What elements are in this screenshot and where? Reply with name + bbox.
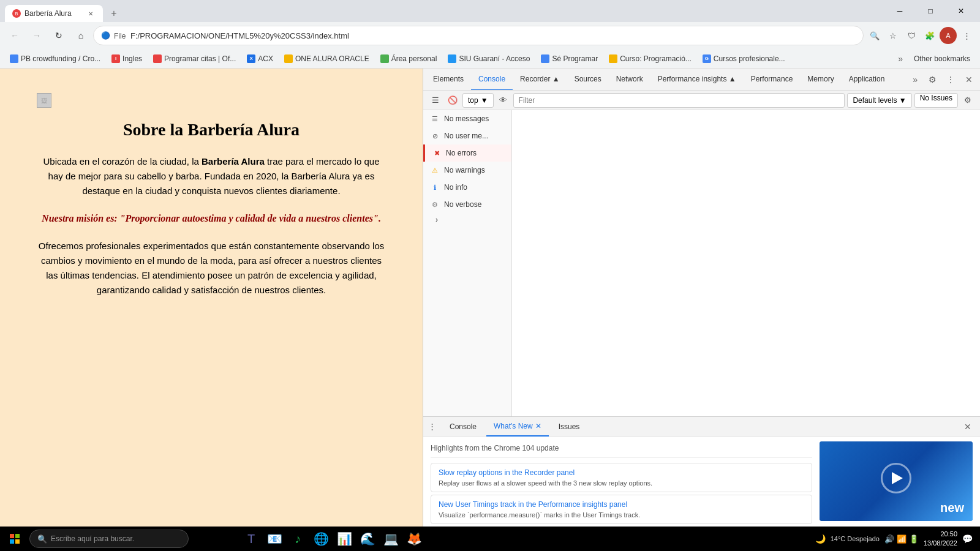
whats-new-item-1-title[interactable]: Slow replay options in the Recorder pane… bbox=[439, 468, 804, 477]
reload-button[interactable]: ↻ bbox=[49, 26, 69, 45]
home-button[interactable]: ⌂ bbox=[71, 26, 91, 45]
bookmark-item-se[interactable]: Sé Programar bbox=[536, 51, 603, 66]
back-button[interactable]: ← bbox=[5, 26, 24, 45]
taskbar-app-store[interactable]: 🛍 bbox=[217, 528, 239, 550]
filter-no-user-messages[interactable]: ⊘ No user me... bbox=[423, 127, 511, 144]
filter-no-messages[interactable]: ☰ No messages bbox=[423, 110, 511, 127]
filter-no-verbose[interactable]: ⚙ No verbose bbox=[423, 196, 511, 213]
expand-button[interactable]: › bbox=[423, 213, 511, 227]
console-default-levels[interactable]: Default levels ▼ bbox=[847, 93, 911, 108]
taskbar-app-edge[interactable]: 🌊 bbox=[356, 528, 379, 550]
address-protocol-icon: 🔵 bbox=[101, 31, 110, 40]
bookmark-item-ingles[interactable]: I Ingles bbox=[107, 51, 147, 66]
bookmark-item-pb[interactable]: PB crowdfunding / Cro... bbox=[5, 51, 105, 66]
page-mission: Nuestra misión es: "Proporcionar autoest… bbox=[37, 213, 386, 224]
taskbar-app-git[interactable]: 🦊 bbox=[403, 528, 425, 550]
whats-new-items-container: Highlights from the Chrome 104 update Sl… bbox=[431, 441, 812, 522]
taskbar-apps: 🗂 🛍 T 📧 ♪ 🌐 📊 🌊 💻 🦊 bbox=[194, 528, 425, 550]
filter-no-errors[interactable]: ✖ No errors bbox=[423, 144, 511, 162]
profile-button[interactable]: A bbox=[940, 27, 957, 44]
tab-elements[interactable]: Elements bbox=[426, 69, 471, 91]
bookmark-item-area[interactable]: Área personal bbox=[375, 51, 442, 66]
bookmark-item-programar[interactable]: Programar citas | Of... bbox=[148, 51, 241, 66]
filter-user-label: No user me... bbox=[444, 132, 488, 140]
devtools-more-button[interactable]: » bbox=[908, 75, 922, 84]
bottom-tab-issues[interactable]: Issues bbox=[551, 417, 587, 437]
bookmark-item-siu[interactable]: SIU Guaraní - Acceso bbox=[443, 51, 535, 66]
bookmark-item-one[interactable]: ONE ALURA ORACLE bbox=[279, 51, 374, 66]
bottom-tab-whats-new[interactable]: What's New ✕ bbox=[486, 417, 549, 437]
bookmark-favicon-acx: X bbox=[247, 54, 255, 63]
tab-recorder[interactable]: Recorder ▲ bbox=[513, 69, 567, 91]
whats-new-highlights-text: Highlights from the Chrome 104 update bbox=[431, 441, 812, 458]
taskbar-search-box[interactable]: 🔍 Escribe aquí para buscar. bbox=[29, 530, 189, 548]
webpage-content: 🖼 Sobre la Barbería Alura Ubicada en el … bbox=[0, 69, 423, 527]
bottom-panel-menu-button[interactable]: ⋮ bbox=[428, 422, 436, 431]
taskbar-app-chart[interactable]: 📊 bbox=[333, 528, 355, 550]
devtools-options-button[interactable]: ⋮ bbox=[942, 71, 959, 88]
bookmark-button[interactable]: ☆ bbox=[884, 27, 902, 44]
filter-user-icon: ⊘ bbox=[431, 132, 439, 140]
minimize-button[interactable]: ─ bbox=[886, 2, 914, 20]
new-tab-button[interactable]: + bbox=[105, 5, 123, 22]
console-sidebar-button[interactable]: ☰ bbox=[428, 93, 443, 108]
extension-shield-button[interactable]: 🛡 bbox=[903, 27, 920, 44]
bookmark-item-other[interactable]: Other bookmarks bbox=[909, 51, 975, 66]
search-action-button[interactable]: 🔍 bbox=[866, 27, 883, 44]
start-button[interactable] bbox=[2, 527, 27, 551]
tab-memory[interactable]: Memory bbox=[800, 69, 841, 91]
bottom-tab-console[interactable]: Console bbox=[442, 417, 484, 437]
whats-new-video-thumbnail[interactable]: new bbox=[820, 441, 973, 521]
taskbar-app-music[interactable]: ♪ bbox=[287, 528, 309, 550]
filter-info-label: No info bbox=[444, 183, 467, 192]
tab-close-button[interactable]: ✕ bbox=[86, 9, 96, 18]
filter-no-info[interactable]: ℹ No info bbox=[423, 179, 511, 196]
volume-icon: 📶 bbox=[897, 534, 907, 544]
tab-application[interactable]: Application bbox=[842, 69, 892, 91]
extension-button[interactable]: 🧩 bbox=[921, 27, 938, 44]
page-services: Ofrecemos profesionales experimentados q… bbox=[37, 239, 386, 298]
filter-warnings-label: No warnings bbox=[444, 166, 485, 174]
console-eye-button[interactable]: 👁 bbox=[496, 93, 511, 108]
taskbar-app-file-explorer[interactable]: 🗂 bbox=[194, 528, 216, 550]
whats-new-item-2-title[interactable]: New User Timings track in the Performanc… bbox=[439, 500, 804, 509]
menu-button[interactable]: ⋮ bbox=[958, 27, 975, 44]
console-context-selector[interactable]: top ▼ bbox=[462, 93, 494, 108]
tab-performance-insights[interactable]: Performance insights ▲ bbox=[650, 69, 744, 91]
bookmark-item-cursos[interactable]: G Cursos profesionale... bbox=[698, 51, 790, 66]
whats-new-close-icon[interactable]: ✕ bbox=[535, 422, 541, 430]
bottom-panel-close-button[interactable]: ✕ bbox=[960, 419, 975, 434]
bookmark-label-cursos: Cursos profesionale... bbox=[714, 54, 785, 63]
weather-icon: 🌙 bbox=[815, 534, 826, 544]
tab-sources[interactable]: Sources bbox=[567, 69, 609, 91]
notification-icon[interactable]: 💬 bbox=[962, 534, 973, 544]
console-context-label: top bbox=[468, 96, 478, 105]
bookmark-item-curso[interactable]: Curso: Programació... bbox=[604, 51, 696, 66]
filter-list-icon: ☰ bbox=[431, 114, 439, 123]
tab-console[interactable]: Console bbox=[471, 69, 513, 91]
brand-name-intro: Barbería Alura bbox=[202, 156, 265, 167]
bookmark-favicon-area bbox=[380, 54, 389, 63]
active-tab[interactable]: B Barbería Alura ✕ bbox=[5, 5, 103, 22]
console-settings-button[interactable]: ⚙ bbox=[960, 93, 975, 108]
console-no-issues[interactable]: No Issues bbox=[914, 93, 958, 108]
address-bar[interactable]: 🔵 File F:/PROGRAMACION/ONE/HTML5%20y%20C… bbox=[93, 26, 864, 45]
default-levels-label: Default levels ▼ bbox=[853, 96, 906, 105]
devtools-close-button[interactable]: ✕ bbox=[960, 71, 978, 88]
filter-no-warnings[interactable]: ⚠ No warnings bbox=[423, 162, 511, 179]
battery-icon: 🔋 bbox=[909, 534, 919, 544]
tab-network[interactable]: Network bbox=[609, 69, 650, 91]
bookmarks-more-button[interactable]: » bbox=[893, 51, 908, 66]
taskbar-app-teams[interactable]: T bbox=[240, 528, 262, 550]
console-filter-input[interactable] bbox=[513, 93, 845, 108]
close-button[interactable]: ✕ bbox=[947, 2, 975, 20]
taskbar-app-vscode[interactable]: 💻 bbox=[380, 528, 402, 550]
taskbar-app-email[interactable]: 📧 bbox=[263, 528, 285, 550]
maximize-button[interactable]: □ bbox=[916, 2, 944, 20]
devtools-settings-button[interactable]: ⚙ bbox=[924, 71, 941, 88]
bookmark-item-acx[interactable]: X ACX bbox=[242, 51, 278, 66]
taskbar-app-browser2[interactable]: 🌐 bbox=[310, 528, 332, 550]
tab-performance[interactable]: Performance bbox=[744, 69, 801, 91]
console-clear-button[interactable]: 🚫 bbox=[445, 93, 460, 108]
forward-button[interactable]: → bbox=[27, 26, 47, 45]
